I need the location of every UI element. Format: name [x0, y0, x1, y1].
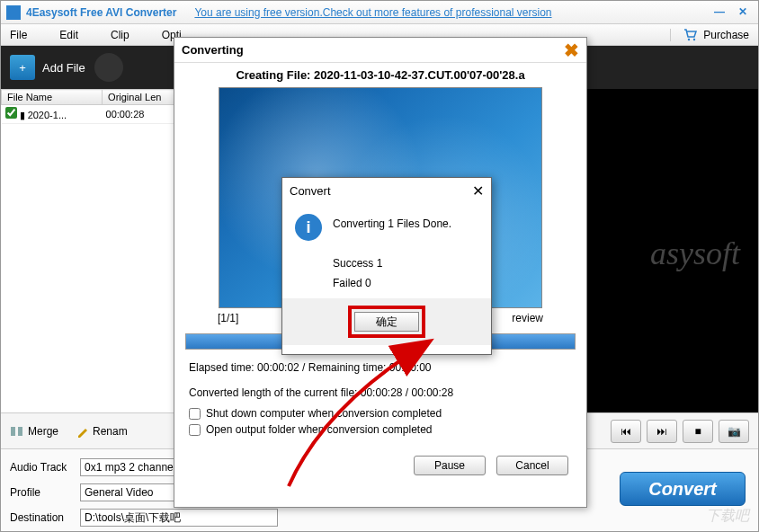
- convert-done-dialog: Convert ✕ i Converting 1 Files Done. Suc…: [281, 177, 492, 355]
- next-button[interactable]: ⏭: [647, 420, 677, 443]
- stop-button[interactable]: ■: [683, 420, 713, 443]
- open-folder-label: Open output folder when conversion compl…: [206, 423, 433, 436]
- audio-track-label: Audio Track: [10, 461, 80, 474]
- table-row[interactable]: ▮ 2020-1... 00:00:28: [2, 105, 198, 124]
- merge-label: Merge: [28, 425, 58, 438]
- profile-label: Profile: [10, 486, 80, 499]
- col-filename[interactable]: File Name: [2, 90, 103, 105]
- cancel-button[interactable]: Cancel: [496, 456, 568, 475]
- svg-rect-2: [11, 427, 15, 436]
- toolbar-button[interactable]: [94, 53, 123, 82]
- row-checkbox[interactable]: [5, 107, 17, 119]
- app-icon: [6, 5, 21, 20]
- info-icon: i: [295, 214, 322, 241]
- pencil-icon: [76, 425, 89, 438]
- file-icon: ▮: [20, 110, 25, 120]
- shutdown-checkbox[interactable]: [189, 408, 201, 420]
- destination-input[interactable]: [80, 509, 278, 527]
- menu-file[interactable]: File: [10, 29, 27, 41]
- shutdown-label: Shut down computer when conversion compl…: [206, 407, 442, 420]
- merge-button[interactable]: Merge: [10, 425, 58, 438]
- alert-message: Converting 1 Files Done.: [333, 214, 451, 234]
- purchase-label: Purchase: [703, 29, 749, 41]
- file-name: 2020-1...: [28, 110, 67, 120]
- menu-clip[interactable]: Clip: [111, 29, 129, 41]
- dialog-close-icon[interactable]: ✖: [564, 40, 579, 61]
- alert-failed: Failed 0: [333, 273, 451, 293]
- rename-button[interactable]: Renam: [76, 425, 128, 438]
- app-title: 4Easysoft Free AVI Converter: [26, 6, 176, 19]
- elapsed-time: Elapsed time: 00:00:02 / Remaining time:…: [174, 355, 586, 380]
- purchase-button[interactable]: Purchase: [670, 29, 749, 41]
- minimize-button[interactable]: —: [710, 5, 729, 20]
- rename-label: Renam: [93, 425, 128, 438]
- watermark: asysoft: [650, 235, 740, 272]
- add-file-button[interactable]: + Add File: [10, 55, 85, 80]
- convert-button[interactable]: Convert: [620, 472, 746, 506]
- open-folder-checkbox[interactable]: [189, 424, 201, 436]
- dialog-title: Converting: [182, 43, 244, 57]
- add-file-label: Add File: [42, 61, 85, 75]
- alert-title: Convert: [290, 184, 331, 198]
- pause-button[interactable]: Pause: [414, 456, 486, 475]
- alert-close-icon[interactable]: ✕: [472, 182, 484, 200]
- menu-edit[interactable]: Edit: [59, 29, 78, 41]
- progress-counter: [1/1]: [218, 312, 238, 324]
- site-watermark: 下载吧: [706, 507, 749, 526]
- svg-point-1: [693, 38, 695, 40]
- alert-success: Success 1: [333, 253, 451, 273]
- destination-label: Destination: [10, 511, 80, 524]
- upgrade-link[interactable]: You are using free version.Check out mor…: [194, 6, 551, 19]
- ok-button[interactable]: 确定: [354, 312, 419, 332]
- add-file-icon: +: [10, 55, 35, 80]
- converted-length: Converted length of the current file: 00…: [174, 380, 586, 405]
- merge-icon: [10, 425, 24, 438]
- cart-icon: [683, 29, 698, 41]
- file-list-table: File Name Original Len ▮ 2020-1... 00:00…: [1, 89, 198, 124]
- svg-point-0: [688, 38, 690, 40]
- snapshot-button[interactable]: 📷: [719, 420, 749, 443]
- svg-rect-3: [18, 427, 22, 436]
- prev-button[interactable]: ⏮: [611, 420, 641, 443]
- close-button[interactable]: ✕: [733, 5, 753, 20]
- preview-label: review: [512, 312, 543, 324]
- creating-file-label: Creating File: 2020-11-03-10-42-37.CUT.0…: [174, 63, 586, 87]
